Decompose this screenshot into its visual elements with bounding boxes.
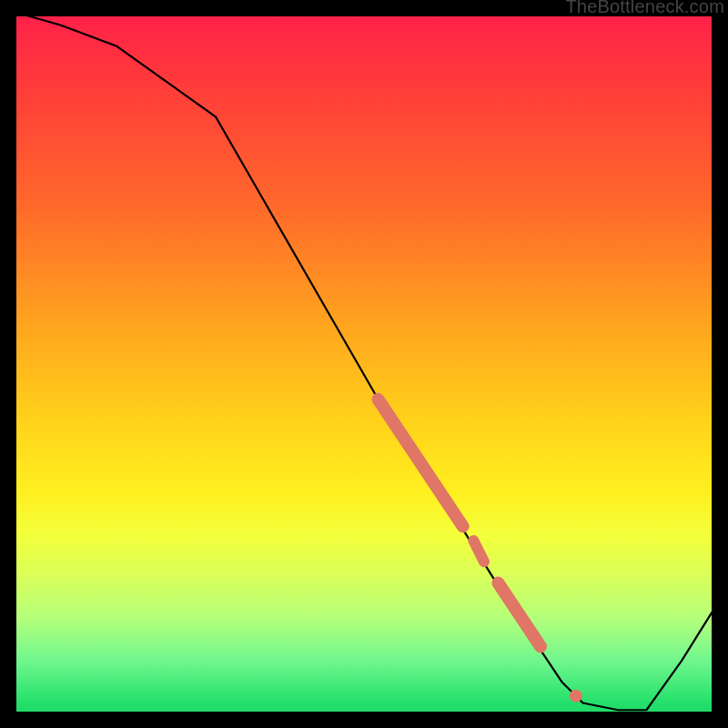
chart-frame: TheBottleneck.com [0, 0, 728, 728]
watermark-text: TheBottleneck.com [565, 0, 724, 17]
plot-background-gradient [11, 11, 717, 717]
